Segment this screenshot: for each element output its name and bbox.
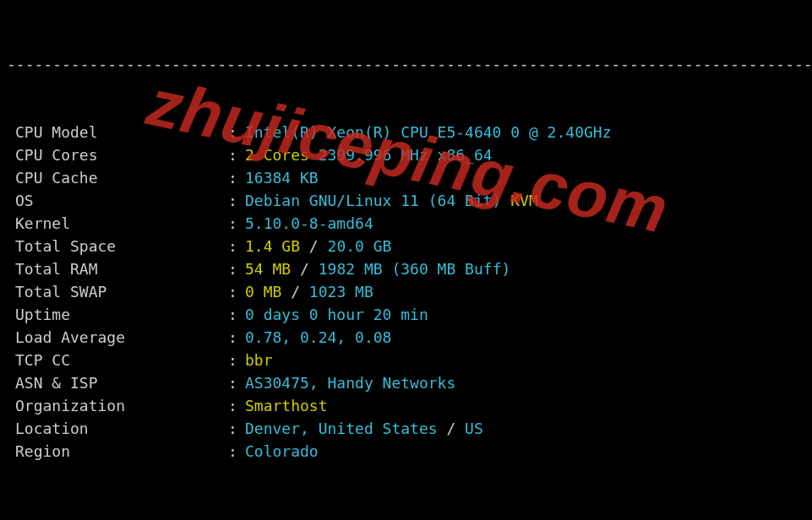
value-segment: 54 MB [245,260,300,278]
row-label: CPU Cache [0,166,228,189]
row-value: bbr [245,349,812,371]
info-row: OS: Debian GNU/Linux 11 (64 Bit) KVM [0,189,812,212]
row-colon: : [228,121,245,144]
row-colon: : [228,326,245,349]
row-value: 5.10.0-8-amd64 [245,212,812,235]
value-segment: KVM [510,192,538,209]
value-segment: Colorado [245,442,319,460]
row-colon: : [228,394,245,417]
value-segment: 20.0 GB [319,237,392,255]
system-info-block: CPU Model: Intel(R) Xeon(R) CPU E5-4640 … [0,121,812,463]
row-colon: : [228,303,245,326]
info-row: Load Average: 0.78, 0.24, 0.08 [0,326,812,349]
value-segment: bbr [245,351,273,369]
row-label: Load Average [0,326,228,349]
value-segment: 0.78, 0.24, 0.08 [245,328,391,346]
row-value: 1.4 GB / 20.0 GB [245,235,812,257]
row-value: Smarthost [245,394,812,417]
row-label: Uptime [0,303,228,326]
row-label: CPU Cores [0,144,228,166]
row-label: ASN & ISP [0,371,228,394]
row-label: Organization [0,394,228,417]
row-colon: : [228,257,245,280]
value-segment: x86_64 [438,146,493,164]
row-value: Debian GNU/Linux 11 (64 Bit) KVM [245,189,812,212]
row-value: 0 MB / 1023 MB [245,280,812,303]
value-segment: 0 MB [245,283,291,301]
row-colon: : [228,144,245,166]
row-colon: : [228,371,245,394]
info-row: Total SWAP: 0 MB / 1023 MB [0,280,812,303]
info-row: CPU Cache: 16384 KB [0,166,812,189]
value-segment: 16384 KB [245,169,319,187]
info-row: Total Space: 1.4 GB / 20.0 GB [0,235,812,257]
value-segment: Debian GNU/Linux 11 (64 Bit) [245,192,510,209]
value-segment: 0 days 0 hour 20 min [245,306,428,323]
row-label: Total Space [0,235,228,257]
info-row: TCP CC: bbr [0,349,812,371]
value-segment: AS30475, Handy Networks [245,374,455,392]
value-segment: / [300,260,309,278]
value-segment: 1.4 GB [245,237,309,255]
info-row: CPU Cores: 2 Cores 2399.996 MHz x86_64 [0,144,812,166]
row-value: Denver, United States / US [245,417,812,440]
row-label: Region [0,440,228,463]
row-value: 2 Cores 2399.996 MHz x86_64 [245,144,812,166]
row-label: OS [0,189,228,212]
info-row: ASN & ISP: AS30475, Handy Networks [0,371,812,394]
value-segment: 2 Cores [245,146,309,164]
row-colon: : [228,189,245,212]
row-label: Total RAM [0,257,228,280]
value-segment: Smarthost [245,397,328,414]
value-segment: 2399.996 MHz [309,146,438,164]
value-segment: / [291,283,300,301]
info-row: Organization: Smarthost [0,394,812,417]
row-label: CPU Model [0,121,228,144]
info-row: Uptime: 0 days 0 hour 20 min [0,303,812,326]
value-segment: US [465,420,483,437]
row-colon: : [228,280,245,303]
row-label: TCP CC [0,349,228,371]
row-colon: : [228,212,245,235]
value-segment: Intel(R) Xeon(R) CPU E5-4640 0 @ 2.40GHz [245,123,611,141]
row-colon: : [228,349,245,371]
info-row: Kernel: 5.10.0-8-amd64 [0,212,812,235]
row-value: AS30475, Handy Networks [245,371,812,394]
row-label: Kernel [0,212,228,235]
row-label: Total SWAP [0,280,228,303]
row-colon: : [228,417,245,440]
divider-top: ----------------------------------------… [0,52,812,75]
row-label: Location [0,417,228,440]
terminal-output: ----------------------------------------… [0,0,812,520]
row-value: Intel(R) Xeon(R) CPU E5-4640 0 @ 2.40GHz [245,121,812,144]
row-colon: : [228,166,245,189]
value-segment: (360 MB Buff) [391,260,510,278]
row-value: 0 days 0 hour 20 min [245,303,812,326]
row-value: 54 MB / 1982 MB (360 MB Buff) [245,257,812,280]
value-segment: / [438,420,466,437]
row-value: 0.78, 0.24, 0.08 [245,326,812,349]
value-segment: 1023 MB [300,283,373,301]
value-segment: Denver, United States [245,420,438,437]
value-segment: 1982 MB [309,260,392,278]
row-value: Colorado [245,440,812,463]
info-row: Region: Colorado [0,440,812,463]
info-row: Location: Denver, United States / US [0,417,812,440]
value-segment: 5.10.0-8-amd64 [245,214,373,232]
row-value: 16384 KB [245,166,812,189]
info-row: CPU Model: Intel(R) Xeon(R) CPU E5-4640 … [0,121,812,144]
row-colon: : [228,235,245,257]
info-row: Total RAM: 54 MB / 1982 MB (360 MB Buff) [0,257,812,280]
divider-mid: ----------------------------------------… [0,508,812,520]
value-segment: / [309,237,319,255]
row-colon: : [228,440,245,463]
